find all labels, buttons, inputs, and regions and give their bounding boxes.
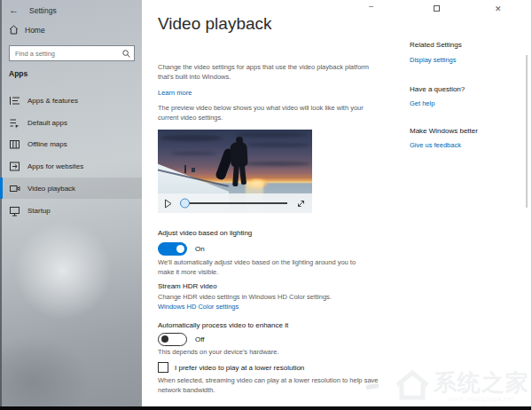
sidebar-item-label: Startup	[27, 207, 51, 215]
stream-hdr-label: Stream HDR video	[158, 282, 217, 290]
adjust-lighting-toggle[interactable]	[158, 242, 187, 256]
adjust-lighting-description: We'll automatically adjust video based o…	[158, 258, 372, 278]
close-icon[interactable]: ✕	[495, 4, 502, 13]
back-arrow-icon[interactable]: ←	[9, 4, 19, 15]
search-input[interactable]	[10, 46, 122, 60]
sidebar-item-label: Offline maps	[27, 140, 67, 148]
watermark: 系统之家 www.xitongzhijia.net	[394, 367, 529, 405]
search-icon[interactable]	[122, 50, 134, 58]
intro-text: Change the video settings for apps that …	[158, 63, 372, 83]
settings-window: ← Settings – ✕ Home Apps Apps & features	[0, 0, 532, 410]
sidebar-item-label: Apps & features	[27, 97, 78, 105]
related-settings-heading: Related Settings	[410, 41, 462, 49]
play-icon[interactable]	[164, 199, 172, 209]
sidebar-item-home[interactable]: Home	[9, 25, 45, 35]
startup-icon	[9, 205, 20, 217]
sidebar-item-label: Video playback	[27, 185, 75, 193]
page-title: Video playback	[158, 14, 272, 34]
video-controls	[158, 193, 312, 213]
learn-more-link[interactable]: Learn more	[158, 89, 192, 97]
adjust-lighting-label: Adjust video based on lighting	[158, 229, 252, 237]
make-windows-better-heading: Make Windows better	[410, 127, 478, 135]
apps-for-websites-icon	[9, 161, 20, 172]
sidebar-item-apps-for-websites[interactable]: Apps for websites	[0, 155, 142, 177]
watermark-house-icon	[394, 367, 431, 405]
get-help-link[interactable]: Get help	[410, 99, 434, 107]
seek-slider[interactable]	[181, 202, 287, 204]
apps-features-icon	[9, 95, 20, 106]
search-box[interactable]	[9, 45, 135, 61]
sidebar-item-label: Apps for websites	[27, 162, 83, 170]
give-us-feedback-link[interactable]: Give us feedback	[410, 141, 461, 149]
display-settings-link[interactable]: Display settings	[410, 56, 457, 64]
sidebar-item-apps-features[interactable]: Apps & features	[0, 90, 142, 111]
home-icon	[9, 25, 19, 35]
lower-resolution-checkbox[interactable]	[158, 362, 168, 373]
sidebar-item-label: Home	[25, 26, 45, 35]
minimize-icon[interactable]: –	[369, 2, 373, 11]
offline-maps-icon	[9, 138, 20, 150]
watermark-text: 系统之家	[434, 371, 529, 394]
video-preview[interactable]	[158, 130, 312, 213]
sidebar-item-startup[interactable]: Startup	[0, 200, 142, 221]
hd-color-settings-link[interactable]: Windows HD Color settings	[158, 303, 239, 311]
person-silhouette	[223, 137, 258, 193]
process-video-label: Automatically process video to enhance i…	[158, 321, 288, 329]
sidebar-item-video-playback[interactable]: Video playback	[0, 177, 142, 199]
default-apps-icon	[9, 117, 20, 129]
maximize-icon[interactable]	[434, 5, 440, 12]
lower-resolution-description: When selected, streaming video can play …	[158, 376, 381, 396]
have-a-question-heading: Have a question?	[410, 85, 465, 93]
process-video-description: This depends on your device's hardware.	[158, 348, 372, 358]
fullscreen-icon[interactable]	[296, 199, 306, 209]
preview-caption: The preview video below shows you what v…	[158, 104, 372, 123]
process-video-state: Off	[195, 335, 205, 343]
sidebar-section-apps: Apps	[9, 69, 27, 78]
process-video-toggle[interactable]	[158, 333, 187, 346]
stream-hdr-description: Change HDR video settings in Windows HD …	[158, 293, 372, 303]
window-title: Settings	[29, 6, 57, 15]
adjust-lighting-state: On	[195, 245, 205, 253]
watermark-subtext: www.xitongzhijia.net	[434, 396, 529, 402]
lower-resolution-label: I prefer video to play at a lower resolu…	[175, 364, 304, 372]
scrollbar[interactable]	[526, 55, 528, 208]
window-bottom-edge	[0, 406, 532, 410]
sidebar-item-offline-maps[interactable]: Offline maps	[0, 133, 142, 154]
seek-slider-knob[interactable]	[180, 199, 190, 209]
sidebar-item-default-apps[interactable]: Default apps	[0, 112, 142, 133]
video-playback-icon	[9, 183, 20, 194]
sidebar-item-label: Default apps	[27, 119, 67, 127]
